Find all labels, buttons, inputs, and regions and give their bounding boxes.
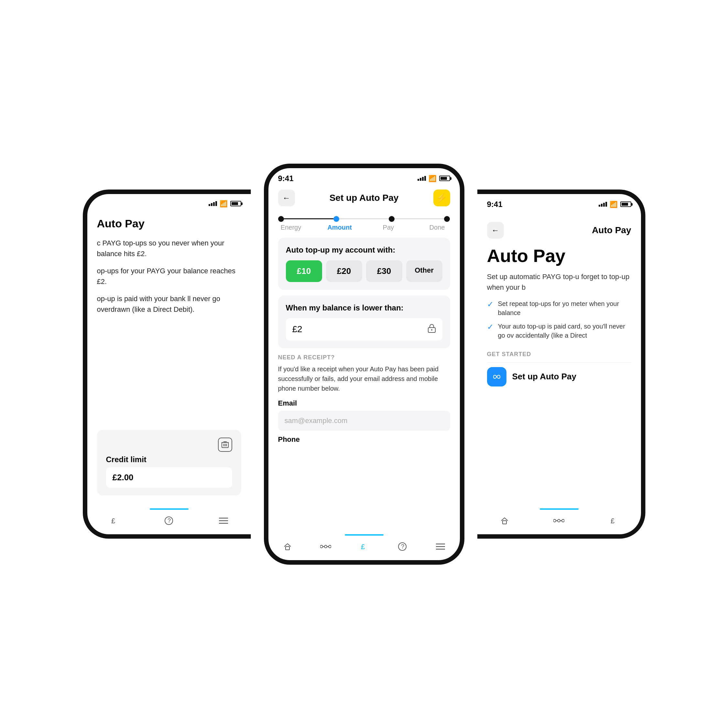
nav-payment-center[interactable]: £ <box>357 540 371 554</box>
right-desc: Set up automatic PAYG top-u forget to to… <box>487 271 631 293</box>
step-dot-pay <box>389 216 395 222</box>
status-bar-left: 📶 <box>87 194 251 211</box>
back-button[interactable]: ← <box>278 190 295 206</box>
topup-card: Auto top-up my account with: £10 £20 £30… <box>278 238 450 290</box>
email-placeholder: sam@example.com <box>284 416 348 425</box>
scene: 📶 Auto Pay c PAYG top-ups so you never w… <box>0 0 728 728</box>
svg-point-12 <box>431 329 433 330</box>
balance-value: £2 <box>292 324 302 334</box>
divider <box>487 362 631 362</box>
amount-30[interactable]: £30 <box>366 260 402 282</box>
amount-10[interactable]: £10 <box>286 260 322 282</box>
status-bar-right: 9:41 📶 <box>477 194 641 212</box>
header-bar: ← Set up Auto Pay ⚡ <box>278 186 450 213</box>
phone-label: Phone <box>278 435 450 444</box>
nav-help-left[interactable]: ? <box>162 514 176 528</box>
header-title: Set up Auto Pay <box>330 193 399 203</box>
amount-20[interactable]: £20 <box>326 260 362 282</box>
step-line-3 <box>395 218 444 219</box>
svg-point-14 <box>320 545 323 548</box>
center-screen: ← Set up Auto Pay ⚡ Energy Amount <box>268 186 460 534</box>
email-input[interactable]: sam@example.com <box>278 411 450 431</box>
check-icon-2: ✓ <box>487 323 494 332</box>
svg-point-26 <box>554 519 556 522</box>
back-arrow-icon: ← <box>283 193 291 202</box>
trash-icon[interactable] <box>218 437 232 452</box>
step-line-2 <box>339 218 389 219</box>
step-label-pay: Pay <box>375 224 401 231</box>
svg-text:£: £ <box>111 517 115 525</box>
nav-help-center[interactable]: ? <box>395 540 410 554</box>
bottom-nav-left: £ ? <box>87 508 251 534</box>
nav-pound-left[interactable]: £ <box>107 514 122 528</box>
bottom-nav-center: £ ? <box>268 534 460 560</box>
email-label: Email <box>278 399 450 407</box>
amount-options: £10 £20 £30 Other <box>286 260 442 282</box>
right-screen: ← Auto Pay Auto Pay Set up automatic PAY… <box>477 212 641 508</box>
infinity-icon <box>487 367 506 387</box>
status-bar-center: 9:41 📶 <box>268 168 460 186</box>
amount-other[interactable]: Other <box>406 260 442 282</box>
battery-icon <box>230 201 241 206</box>
step-label-amount: Amount <box>327 224 353 231</box>
steps-row <box>278 213 450 224</box>
svg-rect-25 <box>503 521 506 524</box>
svg-point-16 <box>324 545 327 548</box>
left-desc3: op-up is paid with your bank ll never go… <box>97 293 241 315</box>
left-desc2: op-ups for your PAYG your balance reache… <box>97 266 241 287</box>
credit-amount: £2.00 <box>106 467 232 488</box>
lightning-button[interactable]: ⚡ <box>433 190 450 206</box>
nav-menu-center[interactable] <box>433 540 448 554</box>
svg-point-27 <box>562 519 564 522</box>
step-dot-energy <box>278 216 284 222</box>
right-phone: 9:41 📶 ← Auto Pay <box>477 190 645 539</box>
center-phone: 9:41 📶 ← Set up Auto Pay <box>264 164 464 565</box>
svg-point-28 <box>558 519 560 522</box>
wifi-icon-right: 📶 <box>610 200 618 208</box>
balance-heading: When my balance is lower than: <box>286 303 442 312</box>
topup-heading: Auto top-up my account with: <box>286 245 442 254</box>
nav-menu-left[interactable] <box>216 514 231 528</box>
right-header-title: Auto Pay <box>592 225 631 236</box>
bullet-text-1: Set repeat top-ups for yo meter when you… <box>498 299 631 317</box>
step-line-1 <box>284 218 333 219</box>
svg-text:£: £ <box>361 543 365 551</box>
back-button-right[interactable]: ← <box>487 222 504 239</box>
status-time-right: 9:41 <box>487 200 503 209</box>
receipt-label: NEED A RECEIPT? <box>278 354 450 361</box>
svg-text:£: £ <box>610 517 615 525</box>
receipt-desc: If you'd like a receipt when your Auto P… <box>278 364 450 393</box>
check-icon-1: ✓ <box>487 300 494 309</box>
signal-icon-center <box>418 176 426 181</box>
svg-rect-13 <box>286 547 289 550</box>
nav-home-right[interactable] <box>497 514 512 528</box>
lock-icon <box>428 323 436 335</box>
battery-icon-right <box>620 202 631 207</box>
nav-home-center[interactable] <box>280 540 295 554</box>
step-label-energy: Energy <box>278 224 304 231</box>
balance-input-row: £2 <box>286 318 442 341</box>
nav-track-right[interactable] <box>552 514 566 528</box>
receipt-section: NEED A RECEIPT? If you'd like a receipt … <box>278 354 450 444</box>
balance-card: When my balance is lower than: £2 <box>278 295 450 348</box>
left-desc1: c PAYG top-ups so you never when your ba… <box>97 238 241 259</box>
left-screen: Auto Pay c PAYG top-ups so you never whe… <box>87 211 251 508</box>
left-title: Auto Pay <box>97 217 241 230</box>
step-dot-amount <box>333 216 339 222</box>
status-icons-left: 📶 <box>209 200 241 208</box>
svg-point-15 <box>329 545 331 548</box>
nav-payment-right[interactable]: £ <box>606 514 621 528</box>
signal-icon <box>209 201 217 206</box>
lightning-icon: ⚡ <box>436 193 447 203</box>
nav-track-center[interactable] <box>318 540 333 554</box>
battery-icon-center <box>439 176 450 181</box>
credit-card: Credit limit £2.00 <box>97 430 241 496</box>
step-dot-done <box>444 216 450 222</box>
status-icons-right: 📶 <box>599 200 631 208</box>
signal-icon-right <box>599 202 607 206</box>
status-time-center: 9:41 <box>278 174 294 183</box>
bullet-text-2: Your auto top-up is paid card, so you'll… <box>498 322 631 340</box>
svg-text:?: ? <box>401 543 404 550</box>
setup-autopay-button[interactable]: Set up Auto Pay <box>487 367 631 387</box>
left-phone: 📶 Auto Pay c PAYG top-ups so you never w… <box>83 190 251 539</box>
